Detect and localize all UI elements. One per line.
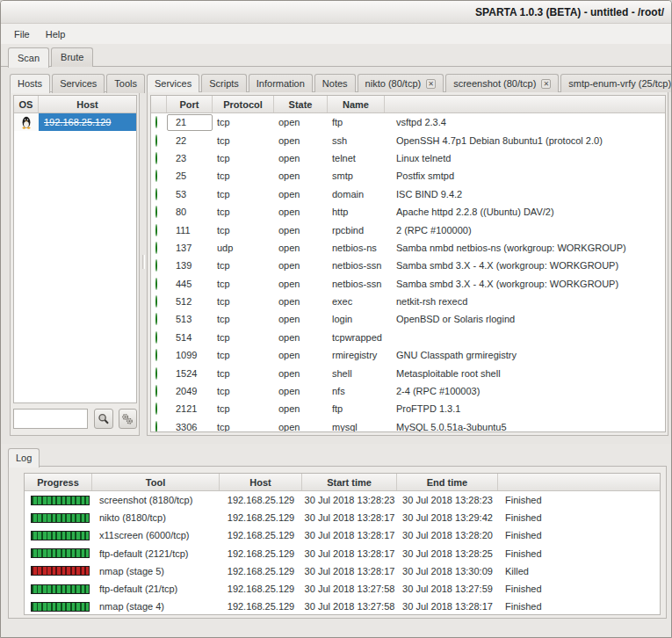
service-protocol: tcp (213, 386, 274, 396)
service-row[interactable]: 445tcpopennetbios-ssnSamba smbd 3.X - 4.… (151, 275, 665, 293)
service-row[interactable]: 3306tcpopenmysqlMySQL 5.0.51a-3ubuntu5 (151, 418, 665, 432)
log-host: 192.168.25.129 (220, 584, 302, 594)
service-row[interactable]: 512tcpopenexecnetkit-rsh rexecd (151, 293, 665, 310)
service-name: nfs (328, 386, 385, 396)
log-row[interactable]: ftp-default (2121/tcp)192.168.25.12930 J… (25, 545, 660, 562)
open-green-dot-icon (155, 278, 157, 290)
service-state: open (274, 207, 328, 217)
tab-scripts[interactable]: Scripts (201, 74, 247, 92)
log-table-header: ProgressToolHostStart timeEnd time (25, 474, 660, 491)
services-column-version[interactable] (385, 96, 665, 112)
service-row[interactable]: 514tcpopentcpwrapped (151, 329, 665, 346)
service-protocol: udp (213, 243, 274, 253)
menu-file[interactable]: File (6, 26, 38, 42)
log-host: 192.168.25.129 (220, 530, 302, 540)
service-version: Samba smbd 3.X - 4.X (workgroup: WORKGRO… (385, 260, 665, 271)
service-port: 445 (167, 279, 213, 289)
tab-nikto-80-tcp[interactable]: nikto (80/tcp)✕ (358, 74, 444, 92)
host-filter-input[interactable] (13, 409, 88, 429)
log-row[interactable]: nmap (stage 4)192.168.25.12930 Jul 2018 … (25, 598, 660, 615)
search-button[interactable] (94, 409, 113, 429)
tab-notes[interactable]: Notes (314, 74, 356, 92)
service-row[interactable]: 2049tcpopennfs 2-4 (RPC #100003) (151, 382, 665, 400)
close-icon[interactable]: ✕ (426, 79, 436, 89)
service-version: ISC BIND 9.4.2 (385, 189, 665, 199)
host-row[interactable]: 192.168.25.129 (14, 113, 136, 131)
open-status-icon (151, 117, 167, 127)
panel-splitter[interactable] (141, 91, 147, 436)
tab-tools[interactable]: Tools (106, 74, 145, 93)
log-host: 192.168.25.129 (220, 566, 302, 576)
settings-button[interactable] (119, 409, 138, 429)
log-start-time: 30 Jul 2018 13:28:17 (302, 548, 397, 559)
hosts-column-host[interactable]: Host (39, 96, 136, 112)
open-status-icon (151, 386, 167, 396)
hosts-column-os[interactable]: OS (14, 96, 39, 112)
service-row[interactable]: 25tcpopensmtpPostfix smtpd (151, 167, 665, 185)
tab-information-label: Information (257, 78, 305, 89)
log-table-body: screenshot (8180/tcp)192.168.25.12930 Ju… (25, 491, 660, 615)
service-row[interactable]: 1524tcpopenshellMetasploitable root shel… (151, 364, 665, 381)
linux-tux-icon (21, 116, 32, 129)
services-column-port[interactable]: Port (167, 96, 213, 112)
log-row[interactable]: nmap (stage 5)192.168.25.12930 Jul 2018 … (25, 562, 660, 580)
tab-services-label: Services (155, 78, 191, 89)
service-row[interactable]: 2121tcpopenftpProFTPD 1.3.1 (151, 400, 665, 417)
service-port: 53 (167, 189, 213, 199)
log-tool: x11screen (6000/tcp) (92, 530, 220, 540)
tab-tools-label: Tools (114, 78, 137, 89)
service-row[interactable]: 21tcpopenftpvsftpd 2.3.4 (151, 113, 665, 131)
log-column-status[interactable] (498, 474, 660, 490)
open-green-dot-icon (155, 313, 157, 325)
tab-services[interactable]: Services (147, 74, 199, 92)
log-column-end-time[interactable]: End time (397, 474, 498, 490)
tab-screenshot-80-tcp[interactable]: screenshot (80/tcp)✕ (445, 74, 559, 92)
service-row[interactable]: 53tcpopendomainISC BIND 9.4.2 (151, 185, 665, 203)
log-column-start-time[interactable]: Start time (302, 474, 397, 490)
log-row[interactable]: nikto (8180/tcp)192.168.25.12930 Jul 201… (25, 509, 660, 526)
log-row[interactable]: x11screen (6000/tcp)192.168.25.12930 Jul… (25, 526, 660, 544)
service-state: open (274, 260, 328, 271)
service-protocol: tcp (213, 350, 274, 360)
open-status-icon (151, 296, 167, 307)
service-row[interactable]: 139tcpopennetbios-ssnSamba smbd 3.X - 4.… (151, 257, 665, 274)
log-row[interactable]: screenshot (8180/tcp)192.168.25.12930 Ju… (25, 491, 660, 509)
services-column-state[interactable]: State (274, 96, 328, 112)
services-column-name[interactable]: Name (328, 96, 385, 112)
log-column-tool[interactable]: Tool (92, 474, 220, 490)
log-progress-cell (25, 548, 92, 558)
service-row[interactable]: 80tcpopenhttpApache httpd 2.2.8 ((Ubuntu… (151, 203, 665, 221)
services-column-protocol[interactable]: Protocol (213, 96, 274, 112)
open-status-icon (151, 189, 167, 199)
service-version: Apache httpd 2.2.8 ((Ubuntu) DAV/2) (385, 207, 665, 217)
service-protocol: tcp (213, 332, 274, 343)
open-green-dot-icon (155, 295, 157, 308)
splitter-grip-icon (142, 255, 145, 269)
tab-services-label: Services (60, 78, 97, 89)
service-row[interactable]: 137udpopennetbios-nsSamba nmbd netbios-n… (151, 239, 665, 257)
service-version: OpenSSH 4.7p1 Debian 8ubuntu1 (protocol … (385, 135, 665, 146)
service-row[interactable]: 23tcpopentelnetLinux telnetd (151, 149, 665, 167)
tab-smtp-enum-vrfy-25-tcp[interactable]: smtp-enum-vrfy (25/tcp)✕ (560, 74, 672, 92)
service-row[interactable]: 111tcpopenrpcbind 2 (RPC #100000) (151, 221, 665, 238)
tab-brute[interactable]: Brute (51, 47, 93, 67)
title-bar[interactable]: SPARTA 1.0.3 (BETA) - untitled - /root/ (1, 1, 671, 24)
menu-help[interactable]: Help (38, 26, 74, 42)
service-row[interactable]: 513tcpopenloginOpenBSD or Solaris rlogin… (151, 310, 665, 328)
log-column-host[interactable]: Host (220, 474, 302, 490)
log-column-progress[interactable]: Progress (25, 474, 92, 490)
open-green-dot-icon (155, 224, 157, 236)
service-row[interactable]: 22tcpopensshOpenSSH 4.7p1 Debian 8ubuntu… (151, 131, 665, 149)
tab-hosts[interactable]: Hosts (10, 74, 50, 93)
service-row[interactable]: 1099tcpopenrmiregistryGNU Classpath grmi… (151, 346, 665, 364)
service-state: open (274, 403, 328, 414)
tab-information[interactable]: Information (249, 74, 313, 92)
tab-scan[interactable]: Scan (8, 47, 49, 68)
window-title: SPARTA 1.0.3 (BETA) - untitled - /root/ (475, 6, 664, 18)
services-column-icon (151, 96, 167, 112)
tab-log[interactable]: Log (8, 448, 40, 468)
close-icon[interactable]: ✕ (541, 79, 551, 89)
service-protocol: tcp (213, 117, 274, 127)
tab-services[interactable]: Services (52, 74, 105, 93)
log-row[interactable]: ftp-default (21/tcp)192.168.25.12930 Jul… (25, 580, 660, 598)
